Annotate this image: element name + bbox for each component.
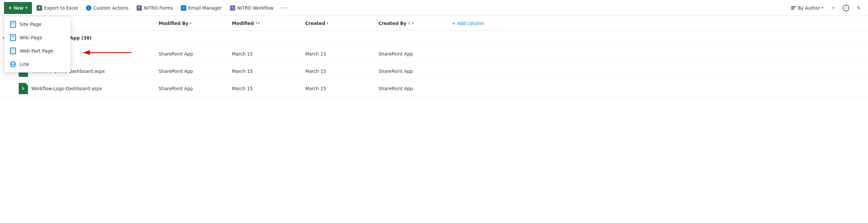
row-modified-by-cell: SharePoint App — [156, 69, 229, 74]
add-column-button[interactable]: + Add column — [449, 21, 487, 26]
link-label: Link — [20, 62, 29, 67]
red-arrow-indicator — [80, 49, 133, 56]
svg-rect-4 — [11, 25, 13, 25]
row-modified-cell: March 15 — [229, 51, 303, 57]
link-icon — [10, 61, 16, 68]
row-created-by-cell: SharePoint App — [376, 86, 449, 91]
col-modified-by-sort-icon: ▾ — [190, 21, 192, 25]
web-part-page-icon — [10, 48, 16, 54]
col-modified-header[interactable]: Modified ↑▾ — [229, 21, 303, 26]
chevron-down-icon: ▾ — [25, 6, 27, 10]
nitro-forms-button[interactable]: N NITRO Forms — [133, 2, 177, 14]
site-page-icon — [10, 21, 16, 28]
svg-rect-6 — [11, 35, 15, 40]
nitro-forms-label: NITRO Forms — [144, 5, 173, 11]
row-created-cell: March 15 — [303, 51, 376, 57]
new-dropdown-menu: Site Page Wiki Page — [4, 16, 71, 73]
svg-rect-2 — [11, 23, 15, 23]
nitro-forms-icon: N — [136, 5, 142, 11]
row-name-cell: S Workflow-Logs-Dashboard.aspx — [16, 83, 156, 94]
svg-rect-9 — [11, 38, 14, 39]
menu-item-link[interactable]: Link — [4, 58, 70, 71]
col-modified-by-label: Modified By — [159, 21, 189, 26]
email-manager-icon: ✉ — [181, 5, 186, 11]
svg-rect-12 — [11, 48, 13, 51]
row-modified-by-cell: SharePoint App — [156, 51, 229, 57]
table-row: S Workflow-Logs-Dashboard.aspx SharePoin… — [0, 80, 868, 97]
row-created-by-cell: SharePoint App — [376, 51, 449, 57]
row-modified-cell: March 15 — [229, 69, 303, 74]
row-created-by-cell: SharePoint App — [376, 69, 449, 74]
web-part-page-label: Web Part Page — [20, 48, 53, 53]
menu-item-site-page[interactable]: Site Page — [4, 17, 70, 31]
more-label: ··· — [281, 4, 287, 11]
by-author-chevron-icon: ▾ — [822, 6, 823, 10]
row-modified-by-cell: SharePoint App — [156, 86, 229, 91]
svg-rect-8 — [11, 37, 14, 38]
row-modified-cell: March 15 — [229, 86, 303, 91]
row-created-cell: March 15 — [303, 86, 376, 91]
add-column-label: + Add column — [452, 21, 484, 26]
plus-icon: + — [9, 5, 12, 11]
info-button[interactable]: i — [841, 3, 851, 13]
col-created-by-label: Created By — [378, 21, 406, 26]
edit-button[interactable]: ✎ — [853, 3, 864, 13]
toolbar: + New ▾ X Export to Excel ⊙ Custom Actio… — [0, 0, 868, 16]
more-button[interactable]: ··· — [278, 2, 290, 13]
row-created-cell: March 15 — [303, 69, 376, 74]
site-page-label: Site Page — [20, 22, 41, 27]
svg-rect-3 — [11, 24, 14, 24]
custom-actions-label: Custom Actions — [93, 5, 128, 11]
col-created-by-filter-icon: ☰ — [408, 21, 411, 25]
new-button[interactable]: + New ▾ — [4, 2, 32, 14]
svg-rect-7 — [11, 36, 15, 37]
by-author-button[interactable]: By Author ▾ — [788, 4, 826, 12]
nitro-workflow-button[interactable]: ⚙ NITRO Workflow — [226, 2, 277, 14]
custom-actions-button[interactable]: ⊙ Custom Actions — [83, 2, 132, 14]
file-sharepoint-icon: S — [19, 83, 28, 94]
toolbar-right: By Author ▾ ▿ i ✎ — [788, 3, 864, 13]
custom-actions-icon: ⊙ — [86, 5, 91, 11]
excel-icon: X — [37, 5, 42, 11]
export-excel-label: Export to Excel — [44, 5, 78, 11]
svg-text:S: S — [22, 87, 24, 90]
menu-item-web-part-page[interactable]: Web Part Page — [4, 44, 70, 58]
group-header: ▾ Created By : SharePoint App (38) — [0, 31, 868, 45]
wiki-page-icon — [10, 34, 16, 41]
filter-button[interactable]: ▿ — [828, 3, 839, 13]
svg-rect-14 — [11, 51, 15, 53]
info-icon: i — [843, 5, 849, 11]
col-created-label: Created — [305, 21, 325, 26]
col-modified-by-header[interactable]: Modified By ▾ — [156, 21, 229, 26]
nitro-workflow-label: NITRO Workflow — [237, 5, 274, 11]
table-row: S Workflow-Errors-Dashboard.aspx SharePo… — [0, 63, 868, 80]
filter-icon: ▿ — [832, 5, 835, 11]
edit-icon: ✎ — [857, 5, 861, 11]
col-modified-sort-icon: ↑▾ — [255, 21, 259, 25]
lines-icon — [791, 6, 796, 10]
col-created-by-sort-icon: ▾ — [412, 21, 414, 25]
email-manager-button[interactable]: ✉ Email Manager — [178, 2, 225, 14]
file-name-link[interactable]: Workflow-Logs-Dashboard.aspx — [31, 86, 102, 91]
email-manager-label: Email Manager — [188, 5, 222, 11]
column-headers: Name ▾ Modified By ▾ Modified ↑▾ Created… — [0, 16, 868, 31]
col-modified-label: Modified — [232, 21, 254, 26]
new-label: New — [14, 5, 23, 11]
col-created-header[interactable]: Created ▾ — [303, 21, 376, 26]
col-created-sort-icon: ▾ — [327, 21, 328, 25]
by-author-label: By Author — [798, 5, 820, 11]
export-excel-button[interactable]: X Export to Excel — [33, 2, 81, 14]
menu-item-wiki-page[interactable]: Wiki Page — [4, 31, 70, 44]
svg-rect-13 — [14, 48, 15, 51]
nitro-workflow-icon: ⚙ — [230, 5, 235, 11]
wiki-page-label: Wiki Page — [20, 35, 42, 40]
col-created-by-header[interactable]: Created By ☰ ▾ — [376, 21, 449, 26]
svg-rect-1 — [11, 22, 15, 27]
